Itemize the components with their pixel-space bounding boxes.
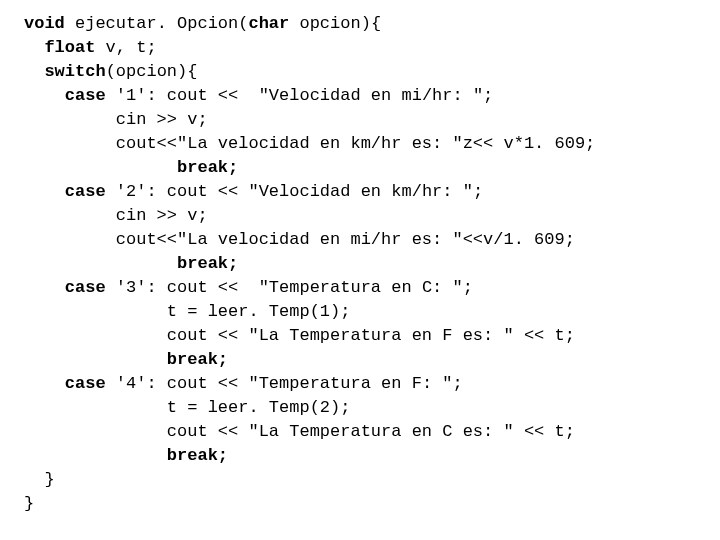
text-token: }	[24, 494, 34, 513]
text-token	[24, 38, 44, 57]
keyword-token: case	[65, 278, 106, 297]
code-line: t = leer. Temp(2);	[24, 398, 350, 417]
code-line: cout << "La Temperatura en F es: " << t;	[24, 326, 575, 345]
text-token: (opcion){	[106, 62, 198, 81]
code-line: case '3': cout << "Temperatura en C: ";	[24, 278, 473, 297]
text-token: cout<<"La velocidad en mi/hr es: "<<v/1.…	[24, 230, 575, 249]
keyword-token: char	[248, 14, 289, 33]
keyword-token: switch	[44, 62, 105, 81]
keyword-token: case	[65, 86, 106, 105]
keyword-token: break;	[167, 446, 228, 465]
text-token	[24, 62, 44, 81]
code-line: break;	[24, 446, 228, 465]
text-token	[24, 374, 65, 393]
code-line: case '1': cout << "Velocidad en mi/hr: "…	[24, 86, 493, 105]
code-line: break;	[24, 158, 238, 177]
text-token: opcion){	[289, 14, 381, 33]
code-line: t = leer. Temp(1);	[24, 302, 350, 321]
code-block: void ejecutar. Opcion(char opcion){ floa…	[0, 0, 720, 516]
code-line: float v, t;	[24, 38, 157, 57]
text-token: '2': cout << "Velocidad en km/hr: ";	[106, 182, 483, 201]
text-token: cout<<"La velocidad en km/hr es: "z<< v*…	[24, 134, 595, 153]
text-token: cout << "La Temperatura en F es: " << t;	[24, 326, 575, 345]
text-token: t = leer. Temp(1);	[24, 302, 350, 321]
text-token: cin >> v;	[24, 206, 208, 225]
code-line: cin >> v;	[24, 110, 208, 129]
text-token	[24, 182, 65, 201]
code-line: cout<<"La velocidad en mi/hr es: "<<v/1.…	[24, 230, 575, 249]
keyword-token: void	[24, 14, 65, 33]
code-line: cout<<"La velocidad en km/hr es: "z<< v*…	[24, 134, 595, 153]
keyword-token: case	[65, 182, 106, 201]
code-line: void ejecutar. Opcion(char opcion){	[24, 14, 381, 33]
code-line: }	[24, 494, 34, 513]
text-token: cout << "La Temperatura en C es: " << t;	[24, 422, 575, 441]
text-token	[24, 446, 167, 465]
text-token	[24, 278, 65, 297]
text-token	[24, 158, 177, 177]
code-line: }	[24, 470, 55, 489]
code-line: case '2': cout << "Velocidad en km/hr: "…	[24, 182, 483, 201]
text-token: cin >> v;	[24, 110, 208, 129]
text-token: t = leer. Temp(2);	[24, 398, 350, 417]
code-line: cin >> v;	[24, 206, 208, 225]
code-line: break;	[24, 350, 228, 369]
text-token	[24, 254, 177, 273]
code-line: switch(opcion){	[24, 62, 197, 81]
text-token: '1': cout << "Velocidad en mi/hr: ";	[106, 86, 494, 105]
text-token: '3': cout << "Temperatura en C: ";	[106, 278, 473, 297]
code-line: cout << "La Temperatura en C es: " << t;	[24, 422, 575, 441]
text-token	[24, 86, 65, 105]
text-token: '4': cout << "Temperatura en F: ";	[106, 374, 463, 393]
keyword-token: case	[65, 374, 106, 393]
code-line: break;	[24, 254, 238, 273]
text-token: }	[24, 470, 55, 489]
keyword-token: break;	[177, 254, 238, 273]
keyword-token: break;	[167, 350, 228, 369]
text-token	[24, 350, 167, 369]
keyword-token: float	[44, 38, 95, 57]
code-line: case '4': cout << "Temperatura en F: ";	[24, 374, 463, 393]
text-token: ejecutar. Opcion(	[65, 14, 249, 33]
keyword-token: break;	[177, 158, 238, 177]
text-token: v, t;	[95, 38, 156, 57]
